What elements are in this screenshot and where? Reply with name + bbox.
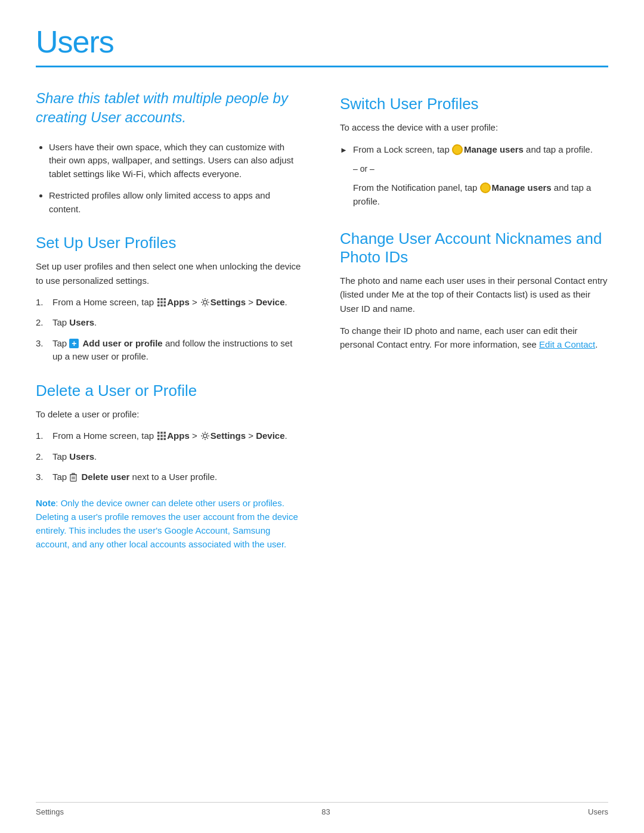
svg-rect-5	[164, 301, 166, 304]
setup-step-3: 3. Tap + Add user or profile and follow …	[36, 337, 304, 364]
footer-center: 83	[321, 807, 330, 816]
apps-icon-2	[157, 431, 166, 441]
svg-rect-15	[164, 435, 166, 437]
footer: Settings 83 Users	[36, 802, 608, 816]
apps-icon	[157, 298, 166, 307]
svg-rect-1	[160, 298, 163, 301]
page-title: Users	[36, 24, 608, 60]
change-desc-2: To change their ID photo and name, each …	[340, 324, 608, 352]
title-rule	[36, 66, 608, 67]
setup-desc: Set up user profiles and then select one…	[36, 259, 304, 287]
edit-contact-link[interactable]: Edit a Contact	[539, 339, 595, 349]
switch-desc: To access the device with a user profile…	[340, 120, 608, 134]
intro-heading: Share this tablet with multiple people b…	[36, 89, 304, 128]
delete-step-1: 1. From a Home screen, tap	[36, 429, 304, 443]
svg-rect-10	[157, 432, 160, 434]
delete-note: Note: Only the device owner can delete o…	[36, 496, 304, 552]
switch-heading: Switch User Profiles	[340, 95, 608, 113]
change-desc-1: The photo and name each user uses in the…	[340, 274, 608, 315]
manage-users-icon-2	[480, 182, 491, 193]
change-section: Change User Account Nicknames and Photo …	[340, 230, 608, 351]
switch-step-1: ► From a Lock screen, tap Manage users a…	[340, 143, 608, 156]
svg-rect-2	[164, 298, 166, 301]
svg-rect-17	[160, 438, 163, 441]
or-separator: – or –	[353, 164, 608, 174]
svg-point-9	[203, 301, 207, 304]
svg-rect-4	[160, 301, 163, 304]
delete-step-3: 3. Tap Delete user next to a User	[36, 470, 304, 484]
setup-section: Set Up User Profiles Set up user profile…	[36, 234, 304, 364]
two-column-layout: Share this tablet with multiple people b…	[36, 89, 608, 552]
svg-rect-8	[164, 304, 166, 306]
settings-icon-2	[200, 431, 210, 441]
svg-rect-12	[164, 432, 166, 434]
delete-steps: 1. From a Home screen, tap	[36, 429, 304, 484]
setup-step-2: 2. Tap Users.	[36, 316, 304, 330]
setup-steps: 1. From a Home screen, tap	[36, 296, 304, 364]
setup-step-1: 1. From a Home screen, tap	[36, 296, 304, 309]
switch-step-2: From the Notification panel, tap Manage …	[353, 181, 608, 209]
svg-rect-3	[157, 301, 160, 304]
delete-step-2: 2. Tap Users.	[36, 450, 304, 464]
left-column: Share this tablet with multiple people b…	[36, 89, 304, 552]
trash-icon	[69, 472, 78, 482]
svg-rect-13	[157, 435, 160, 437]
bullet-item-1: Users have their own space, which they c…	[49, 141, 304, 181]
manage-users-icon-1	[452, 144, 463, 155]
footer-left: Settings	[36, 807, 64, 816]
setup-heading: Set Up User Profiles	[36, 234, 304, 252]
switch-section: Switch User Profiles To access the devic…	[340, 95, 608, 208]
page: Users Share this tablet with multiple pe…	[0, 0, 644, 833]
delete-section: Delete a User or Profile To delete a use…	[36, 382, 304, 552]
svg-rect-16	[157, 438, 160, 441]
svg-rect-6	[157, 304, 160, 306]
bullet-item-2: Restricted profiles allow only limited a…	[49, 189, 304, 216]
svg-rect-11	[160, 432, 163, 434]
svg-rect-18	[164, 438, 166, 441]
svg-point-19	[203, 434, 207, 438]
svg-rect-0	[157, 298, 160, 301]
footer-right: Users	[588, 807, 608, 816]
svg-rect-7	[160, 304, 163, 306]
intro-bullets: Users have their own space, which they c…	[36, 141, 304, 216]
delete-desc: To delete a user or profile:	[36, 407, 304, 421]
settings-icon	[200, 298, 210, 307]
change-heading: Change User Account Nicknames and Photo …	[340, 230, 608, 267]
add-icon: +	[69, 339, 79, 348]
right-column: Switch User Profiles To access the devic…	[340, 89, 608, 552]
delete-heading: Delete a User or Profile	[36, 382, 304, 400]
svg-rect-14	[160, 435, 163, 437]
